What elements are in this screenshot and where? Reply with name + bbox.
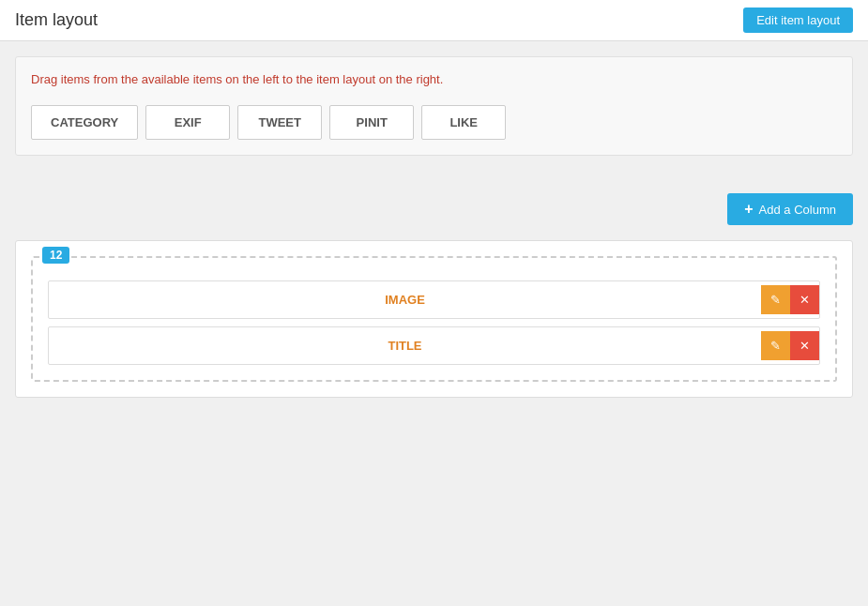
remove-image-button[interactable]: ✕ [790,285,819,314]
available-items-panel: Drag items from the available items on t… [15,56,853,156]
available-item-tweet[interactable]: TWEET [237,105,322,140]
available-item-like[interactable]: LIKE [421,105,506,140]
remove-title-button[interactable]: ✕ [790,331,819,360]
layout-item-label-title: TITLE [49,327,761,364]
add-column-button[interactable]: + Add a Column [727,193,853,225]
drag-info-text: Drag items from the available items on t… [31,72,837,86]
pencil-icon: ✎ [770,293,781,307]
layout-item-actions: ✎✕ [761,331,819,360]
edit-title-button[interactable]: ✎ [761,331,790,360]
edit-image-button[interactable]: ✎ [761,285,790,314]
page-title: Item layout [15,10,98,30]
pencil-icon: ✎ [770,339,781,353]
add-column-area: + Add a Column [0,186,868,233]
edit-item-layout-button[interactable]: Edit item layout [743,8,853,33]
available-item-category[interactable]: CATEGORY [31,105,138,140]
column-badge: 12 [42,247,69,264]
cross-icon: ✕ [799,339,810,353]
layout-item-label-image: IMAGE [49,281,761,318]
layout-items: IMAGE✎✕TITLE✎✕ [48,280,820,365]
cross-icon: ✕ [799,293,810,307]
add-column-label: Add a Column [759,203,836,217]
layout-panel: 12 IMAGE✎✕TITLE✎✕ [15,240,853,398]
page-header: Item layout Edit item layout [0,0,868,41]
layout-item-row: TITLE✎✕ [48,326,820,365]
layout-item-actions: ✎✕ [761,285,819,314]
available-item-pinit[interactable]: PINIT [329,105,414,140]
plus-icon: + [744,201,753,218]
available-items-grid: CATEGORYEXIFTWEETPINITLIKE [31,105,837,140]
layout-item-row: IMAGE✎✕ [48,280,820,319]
available-item-exif[interactable]: EXIF [145,105,230,140]
main-content: Drag items from the available items on t… [0,41,868,186]
column-container: 12 IMAGE✎✕TITLE✎✕ [31,256,837,382]
